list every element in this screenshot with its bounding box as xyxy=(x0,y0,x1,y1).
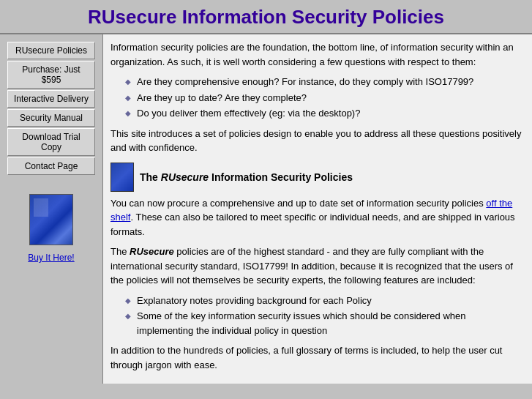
section-para2-prefix: The xyxy=(110,246,130,257)
sidebar-btn-contact-page[interactable]: Contact Page xyxy=(7,157,95,175)
list-item: Explanatory notes providing background f… xyxy=(125,294,523,308)
section-title: The RUsecure Information Security Polici… xyxy=(140,171,353,183)
sidebar-nav: RUsecure PoliciesPurchase: Just $595Inte… xyxy=(7,42,95,176)
page-header: RUsecure Information Security Policies xyxy=(0,0,532,34)
intro-paragraph-1: Information security policies are the fo… xyxy=(110,40,523,69)
section-title-prefix: The xyxy=(140,171,161,183)
list-item: Do you deliver them effectively (eg: via… xyxy=(125,106,523,121)
section-paragraph-2: The RUsecure policies are of the highest… xyxy=(110,245,523,288)
bullets-list-2: Explanatory notes providing background f… xyxy=(125,294,523,338)
sidebar: RUsecure PoliciesPurchase: Just $595Inte… xyxy=(0,34,102,384)
section-book-icon xyxy=(110,163,134,192)
book-cover-image xyxy=(29,194,73,245)
buy-link[interactable]: Buy It Here! xyxy=(28,253,74,263)
sidebar-btn-download-trial[interactable]: Download Trial Copy xyxy=(7,128,95,156)
main-content: Information security policies are the fo… xyxy=(102,34,532,384)
sidebar-btn-rusecure-policies[interactable]: RUsecure Policies xyxy=(7,42,95,59)
sidebar-btn-purchase[interactable]: Purchase: Just $595 xyxy=(7,61,95,89)
sidebar-btn-interactive-delivery[interactable]: Interactive Delivery xyxy=(7,90,95,108)
section-title-brand: RUsecure xyxy=(161,171,209,183)
list-item: Are they comprehensive enough? For insta… xyxy=(125,75,523,89)
section-para2-brand: RUsecure xyxy=(130,246,174,257)
page-title: RUsecure Information Security Policies xyxy=(7,6,525,29)
list-item: Some of the key information security iss… xyxy=(125,309,523,338)
sidebar-btn-security-manual[interactable]: Security Manual xyxy=(7,109,95,127)
section-para1-suffix: . These can also be tailored to meet spe… xyxy=(110,212,515,237)
section-title-suffix: Information Security Policies xyxy=(209,171,353,183)
list-item: Are they up to date? Are they complete? xyxy=(125,91,523,105)
section-paragraph-1: You can now procure a comprehensive and … xyxy=(110,196,523,239)
closing-paragraph: In addition to the hundreds of policies,… xyxy=(110,343,523,372)
section-para1-prefix: You can now procure a comprehensive and … xyxy=(110,198,486,209)
section-header: The RUsecure Information Security Polici… xyxy=(110,163,523,192)
intro-paragraph-2: This site introduces a set of policies d… xyxy=(110,127,523,155)
bullets-list-1: Are they comprehensive enough? For insta… xyxy=(125,75,523,121)
